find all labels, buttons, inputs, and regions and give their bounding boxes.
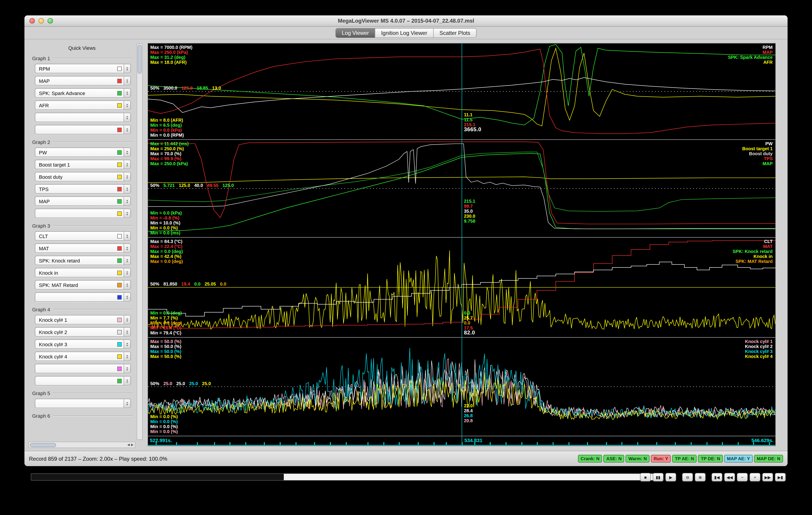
zoom-in-button[interactable]: ⊕ bbox=[695, 473, 706, 482]
channel-label: RPM bbox=[39, 66, 50, 71]
time-tick bbox=[330, 442, 331, 445]
channel-label: Knock cyl# 2 bbox=[39, 329, 67, 335]
time-tick bbox=[295, 442, 296, 445]
channel-label: MAP bbox=[39, 78, 50, 84]
channel-label: MAT bbox=[39, 246, 49, 251]
channel-select-map[interactable]: MAP▲▼ bbox=[35, 76, 131, 86]
channel-select-knock-cyl-1[interactable]: Knock cyl# 1▲▼ bbox=[35, 315, 131, 324]
graph-3-max-labels: Max = 84.3 (°C)Max = 22.4 (°C)Max = 0.0 … bbox=[150, 239, 183, 264]
channel-select-empty[interactable]: ▲▼ bbox=[35, 209, 131, 218]
channel-select-boost-duty[interactable]: Boost duty▲▼ bbox=[35, 172, 131, 181]
minimize-button[interactable] bbox=[38, 18, 44, 24]
zoom-window-button[interactable] bbox=[48, 18, 53, 24]
time-tick bbox=[155, 442, 156, 445]
skip-end-button[interactable]: ▶▮ bbox=[775, 473, 786, 482]
time-tick bbox=[521, 442, 522, 445]
channel-select-spk-spark-advance[interactable]: SPK: Spark Advance▲▼ bbox=[35, 88, 131, 98]
channel-select-knock-cyl-3[interactable]: Knock cyl# 3▲▼ bbox=[35, 339, 131, 349]
channel-color-swatch bbox=[117, 150, 122, 154]
engine-status-badges: Crank: NASE: NWarm: NRun: YTP AE: NTP DE… bbox=[578, 455, 783, 462]
graph-4-min-labels: Min = 0.0 (%)Min = 0.0 (%)Min = 0.0 (%)M… bbox=[150, 414, 178, 434]
stepper-arrows-icon[interactable]: ▲▼ bbox=[123, 268, 130, 277]
time-tick bbox=[264, 442, 265, 445]
graph-1-fifty-percent-row: 50%3500.0125.018.8513.0 bbox=[150, 86, 225, 90]
vertical-scrollbar-thumb[interactable] bbox=[138, 45, 142, 74]
channel-select-pw[interactable]: PW▲▼ bbox=[35, 147, 131, 157]
stepper-arrows-icon[interactable]: ▲▼ bbox=[123, 77, 130, 85]
zoom-out-button[interactable]: ⊖ bbox=[682, 473, 693, 482]
close-button[interactable] bbox=[29, 18, 35, 24]
stepper-arrows-icon[interactable]: ▲▼ bbox=[123, 125, 130, 134]
stop-button[interactable]: ■ bbox=[640, 473, 651, 482]
channel-select-knock-in[interactable]: Knock in▲▼ bbox=[35, 268, 131, 278]
channel-select-mat[interactable]: MAT▲▼ bbox=[35, 244, 131, 253]
log-position-scrollbar[interactable] bbox=[31, 474, 664, 481]
stepper-arrows-icon[interactable]: ▲▼ bbox=[123, 399, 130, 408]
channel-select-empty[interactable]: ▲▼ bbox=[35, 376, 131, 385]
step-back-button[interactable]: − bbox=[737, 473, 748, 482]
stepper-arrows-icon[interactable]: ▲▼ bbox=[123, 244, 130, 253]
time-cursor-line[interactable] bbox=[462, 44, 462, 446]
time-tick bbox=[656, 442, 657, 445]
stepper-arrows-icon[interactable]: ▲▼ bbox=[123, 101, 130, 110]
play-button[interactable]: ▶ bbox=[665, 473, 676, 482]
stepper-arrows-icon[interactable]: ▲▼ bbox=[123, 209, 130, 218]
stepper-arrows-icon[interactable]: ▲▼ bbox=[123, 376, 130, 385]
channel-color-swatch bbox=[117, 330, 122, 334]
channel-select-boost-target-1[interactable]: Boost target 1▲▼ bbox=[35, 160, 131, 169]
stepper-arrows-icon[interactable]: ▲▼ bbox=[123, 293, 130, 302]
channel-select-empty[interactable]: ▲▼ bbox=[35, 364, 131, 373]
scroll-left-icon[interactable]: ◀ bbox=[127, 443, 130, 447]
channel-select-empty[interactable]: ▲▼ bbox=[35, 113, 131, 122]
quick-views-sidebar: Quick Views Graph 1RPM▲▼MAP▲▼SPK: Spark … bbox=[29, 44, 135, 440]
pause-button[interactable]: ▮▮ bbox=[653, 473, 664, 482]
stepper-arrows-icon[interactable]: ▲▼ bbox=[123, 352, 130, 361]
sidebar-vertical-scrollbar[interactable] bbox=[137, 44, 143, 440]
time-tick bbox=[197, 442, 198, 445]
channel-select-clt[interactable]: CLT▲▼ bbox=[35, 231, 131, 241]
channel-select-knock-cyl-2[interactable]: Knock cyl# 2▲▼ bbox=[35, 327, 131, 337]
channel-color-swatch bbox=[117, 246, 122, 251]
scroll-right-icon[interactable]: ▶ bbox=[131, 443, 134, 447]
stepper-arrows-icon[interactable]: ▲▼ bbox=[123, 172, 130, 181]
stepper-arrows-icon[interactable]: ▲▼ bbox=[123, 256, 130, 265]
channel-select-rpm[interactable]: RPM▲▼ bbox=[35, 64, 131, 73]
horizontal-scrollbar-thumb[interactable] bbox=[30, 443, 56, 447]
stepper-arrows-icon[interactable]: ▲▼ bbox=[123, 148, 130, 156]
channel-select-empty[interactable]: ▲▼ bbox=[35, 399, 131, 408]
stepper-arrows-icon[interactable]: ▲▼ bbox=[123, 197, 130, 205]
channel-select-afr[interactable]: AFR▲▼ bbox=[35, 101, 131, 110]
graph-1-min-labels: Min = 8.0 (AFR)Min = 6.5 (deg)Min = 0.0 … bbox=[150, 118, 184, 138]
stepper-arrows-icon[interactable]: ▲▼ bbox=[123, 184, 130, 193]
tab-ignition-log-viewer[interactable]: Ignition Log Viewer bbox=[375, 28, 434, 37]
skip-start-button[interactable]: ▮◀ bbox=[712, 473, 722, 482]
stepper-arrows-icon[interactable]: ▲▼ bbox=[123, 327, 130, 336]
tab-scatter-plots[interactable]: Scatter Plots bbox=[434, 28, 476, 37]
fast-forward-button[interactable]: ▶▶ bbox=[762, 473, 773, 482]
channel-select-spk-mat-retard[interactable]: SPK: MAT Retard▲▼ bbox=[35, 280, 131, 290]
channel-select-knock-cyl-4[interactable]: Knock cyl# 4▲▼ bbox=[35, 352, 131, 361]
channel-select-empty[interactable]: ▲▼ bbox=[35, 292, 131, 302]
stepper-arrows-icon[interactable]: ▲▼ bbox=[123, 364, 130, 373]
group-label: Graph 1 bbox=[32, 56, 133, 61]
channel-select-spk-knock-retard[interactable]: SPK: Knock retard▲▼ bbox=[35, 256, 131, 265]
step-forward-button[interactable]: + bbox=[750, 473, 760, 482]
sidebar-horizontal-scrollbar[interactable]: ◀ ▶ bbox=[29, 442, 135, 448]
channel-select-empty[interactable]: ▲▼ bbox=[35, 125, 131, 135]
stepper-arrows-icon[interactable]: ▲▼ bbox=[123, 281, 130, 289]
title-bar[interactable]: MegaLogViewer MS 4.0.07 – 2015-04-07_22.… bbox=[24, 16, 788, 27]
stepper-arrows-icon[interactable]: ▲▼ bbox=[123, 160, 130, 169]
tab-log-viewer[interactable]: Log Viewer bbox=[336, 28, 375, 37]
stepper-arrows-icon[interactable]: ▲▼ bbox=[123, 232, 130, 240]
rewind-button[interactable]: ◀◀ bbox=[724, 473, 735, 482]
channel-color-swatch bbox=[117, 187, 122, 191]
stepper-arrows-icon[interactable]: ▲▼ bbox=[123, 315, 130, 324]
channel-color-swatch bbox=[117, 211, 122, 216]
stepper-arrows-icon[interactable]: ▲▼ bbox=[123, 113, 130, 122]
stepper-arrows-icon[interactable]: ▲▼ bbox=[123, 340, 130, 348]
channel-select-map[interactable]: MAP▲▼ bbox=[35, 196, 131, 206]
stepper-arrows-icon[interactable]: ▲▼ bbox=[123, 64, 130, 73]
stepper-arrows-icon[interactable]: ▲▼ bbox=[123, 89, 130, 97]
log-scrollbar-thumb[interactable] bbox=[31, 474, 284, 480]
channel-select-tps[interactable]: TPS▲▼ bbox=[35, 184, 131, 194]
